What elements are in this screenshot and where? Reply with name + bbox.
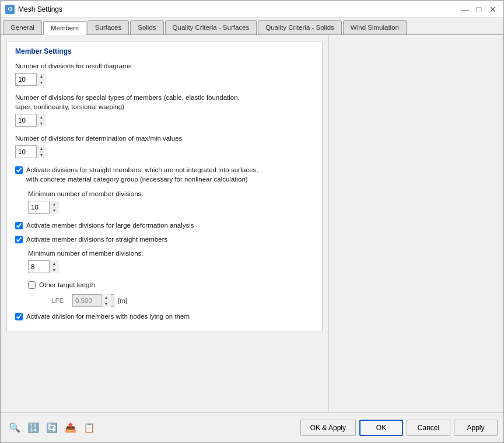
special-divisions-spinbox[interactable]: ▲ ▼ <box>15 114 46 127</box>
member-settings-section: Member Settings Number of divisions for … <box>6 41 323 332</box>
straight-members-row: Activate member divisions for straight m… <box>15 235 314 244</box>
special-divisions-label: Number of divisions for special types of… <box>15 93 314 111</box>
straight-members-checkbox[interactable] <box>15 236 23 243</box>
app-icon: ⚙ <box>5 5 15 14</box>
maxmin-divisions-down[interactable]: ▼ <box>37 152 46 158</box>
min-divisions-input[interactable] <box>29 203 49 212</box>
title-controls: — □ ✕ <box>459 4 499 15</box>
other-target-row: Other target length <box>28 280 314 289</box>
main-panel: Member Settings Number of divisions for … <box>1 35 328 412</box>
maxmin-divisions-spinbox[interactable]: ▲ ▼ <box>15 145 46 158</box>
tab-surfaces[interactable]: Surfaces <box>88 20 129 34</box>
result-divisions-down[interactable]: ▼ <box>37 79 46 86</box>
min-divisions-down[interactable]: ▼ <box>50 207 59 214</box>
lfe-unit: [m] <box>118 297 127 304</box>
special-divisions-spin-btns: ▲ ▼ <box>36 114 46 127</box>
counter-icon-button[interactable]: 🔢 <box>25 420 41 436</box>
result-divisions-up[interactable]: ▲ <box>37 73 46 79</box>
large-deformation-label: Activate member divisions for large defo… <box>26 221 194 230</box>
maxmin-divisions-label: Number of divisions for determination of… <box>15 134 314 143</box>
special-divisions-down[interactable]: ▼ <box>37 120 46 127</box>
large-deformation-checkbox[interactable] <box>15 222 23 229</box>
title-bar: ⚙ Mesh Settings — □ ✕ <box>1 1 503 18</box>
maxmin-divisions-spin-btns: ▲ ▼ <box>36 145 46 158</box>
cancel-button[interactable]: Cancel <box>407 420 450 436</box>
min-divisions-up[interactable]: ▲ <box>50 201 59 207</box>
tab-quality-criteria-surfaces[interactable]: Quality Criteria - Surfaces <box>165 20 257 34</box>
lfe-row: LFE ▲ ▼ [m] <box>28 294 314 307</box>
result-divisions-spin-btns: ▲ ▼ <box>36 73 46 86</box>
min-divisions-label: Minimum number of member divisions: <box>28 189 314 198</box>
straight-min-label: Minimum number of member divisions: <box>28 249 314 258</box>
straight-members-container: Minimum number of member divisions: ▲ ▼ … <box>15 249 314 307</box>
min-divisions-spin-btns: ▲ ▼ <box>49 201 59 214</box>
other-target-checkbox[interactable] <box>28 281 36 289</box>
ok-apply-button[interactable]: OK & Apply <box>300 420 356 436</box>
minimize-button[interactable]: — <box>459 4 471 15</box>
tab-members[interactable]: Members <box>43 21 86 35</box>
straight-members-label: Activate member divisions for straight m… <box>26 235 167 244</box>
maxmin-divisions-input[interactable] <box>16 147 36 156</box>
close-button[interactable]: ✕ <box>487 4 499 15</box>
lfe-down[interactable]: ▼ <box>102 301 111 307</box>
lfe-spinbox[interactable]: ▲ ▼ <box>72 294 114 307</box>
bottom-buttons: OK & Apply OK Cancel Apply <box>300 420 498 436</box>
nodes-division-checkbox[interactable] <box>15 313 23 320</box>
lfe-spin-btns: ▲ ▼ <box>101 294 111 307</box>
special-divisions-up[interactable]: ▲ <box>37 114 46 120</box>
title-bar-left: ⚙ Mesh Settings <box>5 5 62 14</box>
refresh-icon-button[interactable]: 🔄 <box>44 420 60 436</box>
min-divisions-spinbox[interactable]: ▲ ▼ <box>28 201 58 214</box>
apply-button[interactable]: Apply <box>454 420 498 436</box>
maxmin-divisions-up[interactable]: ▲ <box>37 145 46 152</box>
other-target-label: Other target length <box>39 280 95 289</box>
tab-quality-criteria-solids[interactable]: Quality Criteria - Solids <box>258 20 342 34</box>
maximize-button[interactable]: □ <box>473 4 485 15</box>
content-area: Member Settings Number of divisions for … <box>1 35 503 412</box>
lfe-input[interactable] <box>73 296 101 305</box>
large-deformation-row: Activate member divisions for large defo… <box>15 221 314 230</box>
result-divisions-input[interactable] <box>16 75 36 84</box>
straight-min-down[interactable]: ▼ <box>50 267 59 273</box>
lfe-label: LFE <box>51 297 69 304</box>
tab-solids[interactable]: Solids <box>130 20 163 34</box>
nodes-division-label: Activate division for members with nodes… <box>26 312 190 321</box>
section-title: Member Settings <box>15 47 314 55</box>
result-divisions-spinbox[interactable]: ▲ ▼ <box>15 73 46 86</box>
tab-bar: General Members Surfaces Solids Quality … <box>1 18 503 35</box>
ok-button[interactable]: OK <box>359 420 403 436</box>
straight-min-spin-btns: ▲ ▼ <box>49 260 59 273</box>
lfe-up[interactable]: ▲ <box>102 294 111 301</box>
straight-min-up[interactable]: ▲ <box>50 260 59 267</box>
right-panel <box>328 35 503 412</box>
activate-divisions-label: Activate divisions for straight members,… <box>26 165 258 184</box>
export-icon-button[interactable]: 📤 <box>62 420 79 436</box>
straight-min-input[interactable] <box>29 262 49 271</box>
mesh-settings-window: ⚙ Mesh Settings — □ ✕ General Members Su… <box>0 0 504 443</box>
tab-general[interactable]: General <box>3 20 42 34</box>
min-divisions-container: Minimum number of member divisions: ▲ ▼ <box>15 189 314 214</box>
tab-wind-simulation[interactable]: Wind Simulation <box>343 20 407 34</box>
window-title: Mesh Settings <box>18 5 62 13</box>
result-divisions-label: Number of divisions for result diagrams <box>15 61 314 71</box>
nodes-division-row: Activate division for members with nodes… <box>15 312 314 321</box>
special-divisions-input[interactable] <box>16 116 36 125</box>
bottom-bar: 🔍 🔢 🔄 📤 📋 OK & Apply OK Cancel Apply <box>1 412 503 442</box>
search-icon-button[interactable]: 🔍 <box>6 420 23 436</box>
activate-divisions-row: Activate divisions for straight members,… <box>15 165 314 184</box>
copy-icon-button[interactable]: 📋 <box>81 420 97 436</box>
straight-min-spinbox[interactable]: ▲ ▼ <box>28 260 58 273</box>
bottom-icons: 🔍 🔢 🔄 📤 📋 <box>6 420 97 436</box>
activate-divisions-checkbox[interactable] <box>15 166 23 174</box>
